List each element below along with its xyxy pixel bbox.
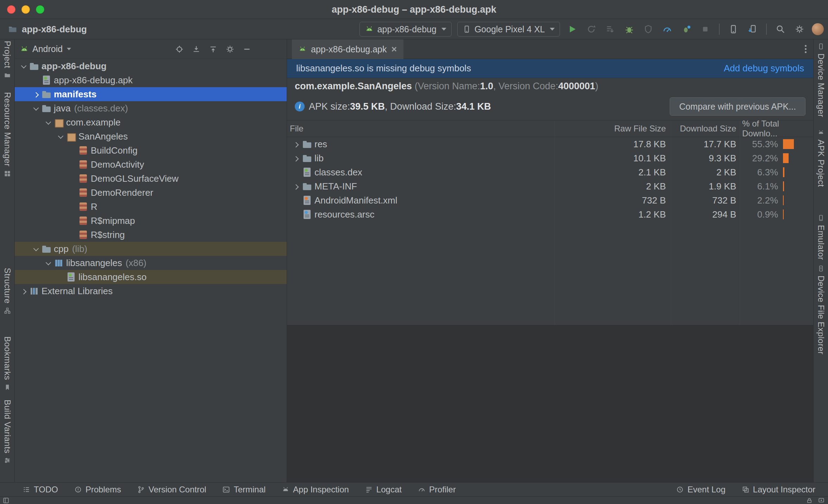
chevron-down-icon[interactable] — [43, 115, 53, 129]
chevron-right-icon[interactable] — [290, 137, 302, 151]
statusbar-todo[interactable]: TODO — [23, 485, 58, 495]
sidebar-item-apk-project[interactable]: APK Project — [814, 129, 828, 187]
statusbar-terminal[interactable]: Terminal — [222, 485, 266, 495]
table-row[interactable]: lib 10.1 KB 9.3 KB 29.2% — [287, 151, 813, 165]
sidebar-item-resource-manager[interactable]: Resource Manager — [0, 92, 15, 177]
tree-row[interactable]: cpp (lib) — [15, 242, 287, 256]
panel-settings-icon[interactable] — [225, 45, 235, 54]
add-debug-symbols-link[interactable]: Add debug symbols — [724, 63, 804, 74]
tree-row-selected[interactable]: manifests — [15, 87, 287, 101]
chevron-right-icon[interactable] — [290, 179, 302, 193]
chevron-spacer — [68, 186, 78, 200]
download-size-value: 34.1 KB — [456, 101, 491, 112]
statusbar-event-log[interactable]: Event Log — [676, 485, 725, 495]
collapse-all-icon[interactable] — [209, 45, 218, 54]
rerun-button[interactable] — [585, 22, 598, 36]
table-row[interactable]: res 17.8 KB 17.7 KB 55.3% — [287, 137, 813, 151]
tree-row[interactable]: libsanangeles (x86) — [15, 256, 287, 270]
compare-apk-button[interactable]: Compare with previous APK... — [670, 97, 805, 116]
table-row[interactable]: resources.arsc 1.2 KB 294 B 0.9% — [287, 207, 813, 221]
table-row[interactable]: classes.dex 2.1 KB 2 KB 6.3% — [287, 165, 813, 179]
tree-row[interactable]: java (classes.dex) — [15, 101, 287, 115]
apk-contents-table: File Raw File Size Download Size % of To… — [287, 120, 813, 325]
locate-file-icon[interactable] — [175, 45, 184, 54]
sidebar-item-structure[interactable]: Structure — [0, 268, 15, 314]
android-icon — [365, 25, 374, 34]
tree-row[interactable]: app-x86-debug.apk — [15, 73, 287, 87]
project-view-selector[interactable]: Android — [20, 44, 71, 54]
chevron-down-icon[interactable] — [31, 101, 41, 115]
tree-row[interactable]: External Libraries — [15, 284, 287, 298]
device-manager-icon — [817, 43, 824, 50]
table-row[interactable]: META-INF 2 KB 1.9 KB 6.1% — [287, 179, 813, 193]
tree-row[interactable]: app-x86-debug — [15, 59, 287, 73]
profiler-button[interactable] — [661, 22, 674, 36]
chevron-spacer — [31, 73, 41, 87]
search-everywhere-button[interactable] — [774, 22, 787, 36]
chevron-right-icon[interactable] — [290, 151, 302, 165]
project-breadcrumb[interactable]: app-x86-debug — [8, 19, 87, 39]
tree-row[interactable]: R$string — [15, 228, 287, 242]
statusbar-version-control[interactable]: Version Control — [137, 485, 206, 495]
run-configuration-select[interactable]: app-x86-debug — [359, 22, 452, 37]
table-row[interactable]: AndroidManifest.xml 732 B 732 B 2.2% — [287, 193, 813, 207]
user-avatar[interactable] — [812, 23, 824, 35]
profile-apk-button[interactable] — [680, 22, 693, 36]
column-header-percent[interactable]: % of Total Downlo... — [740, 121, 813, 137]
hide-panel-icon[interactable] — [242, 45, 251, 54]
project-folder-icon — [8, 24, 18, 34]
statusbar-app-inspection[interactable]: App Inspection — [282, 485, 349, 495]
chevron-down-icon[interactable] — [31, 242, 41, 256]
file-name: AndroidManifest.xml — [314, 195, 397, 206]
tree-row[interactable]: DemoGLSurfaceView — [15, 172, 287, 186]
statusbar-problems[interactable]: Problems — [74, 485, 121, 495]
attach-debugger-button[interactable] — [642, 22, 655, 36]
tree-row[interactable]: DemoRenderer — [15, 186, 287, 200]
tree-row[interactable]: BuildConfig — [15, 143, 287, 157]
folder-icon — [30, 62, 39, 71]
debug-button[interactable] — [623, 22, 636, 36]
sidebar-item-device-manager[interactable]: Device Manager — [814, 43, 828, 117]
close-tab-icon[interactable] — [391, 46, 397, 52]
sidebar-item-device-file-explorer[interactable]: Device File Explorer — [814, 265, 828, 355]
sidebar-item-emulator[interactable]: Emulator — [814, 214, 828, 260]
expand-all-icon[interactable] — [192, 45, 201, 54]
tree-row[interactable]: SanAngeles — [15, 129, 287, 143]
chevron-down-icon[interactable] — [18, 59, 29, 73]
device-mirror-button[interactable] — [746, 22, 759, 36]
stop-button[interactable] — [699, 22, 712, 36]
chevron-down-icon[interactable] — [55, 129, 66, 143]
tree-row[interactable]: R — [15, 200, 287, 214]
notifications-icon[interactable] — [818, 497, 824, 504]
statusbar-layout-inspector[interactable]: Layout Inspector — [742, 485, 815, 495]
chevron-right-icon[interactable] — [18, 284, 29, 298]
sidebar-item-project[interactable]: Project — [0, 41, 15, 79]
tab-options-icon[interactable] — [805, 45, 807, 54]
chevron-right-icon[interactable] — [31, 87, 41, 101]
file-name: res — [314, 139, 327, 150]
class-icon — [79, 160, 88, 169]
device-manager-button[interactable] — [727, 22, 740, 36]
stripe-toggle-button[interactable] — [3, 497, 9, 504]
apply-changes-button[interactable] — [604, 22, 617, 36]
settings-button[interactable] — [793, 22, 806, 36]
stripe-label: Project — [2, 41, 12, 68]
statusbar-profiler[interactable]: Profiler — [418, 485, 456, 495]
tree-row-label: app-x86-debug.apk — [54, 75, 133, 86]
device-select[interactable]: Google Pixel 4 XL — [457, 22, 560, 37]
sidebar-item-build-variants[interactable]: Build Variants — [0, 400, 15, 464]
lock-icon[interactable] — [806, 497, 813, 504]
tree-row[interactable]: DemoActivity — [15, 157, 287, 172]
resource-manager-icon — [4, 170, 11, 177]
tree-row[interactable]: R$mipmap — [15, 214, 287, 228]
tree-row[interactable]: com.example — [15, 115, 287, 129]
column-header-raw-size[interactable]: Raw File Size — [555, 121, 671, 137]
column-header-download-size[interactable]: Download Size — [671, 121, 740, 137]
tree-row[interactable]: libsanangeles.so — [15, 270, 287, 284]
statusbar-logcat[interactable]: Logcat — [365, 485, 402, 495]
run-button[interactable] — [566, 22, 579, 36]
chevron-down-icon[interactable] — [43, 256, 53, 270]
sidebar-item-bookmarks[interactable]: Bookmarks — [0, 336, 15, 391]
tab-apk-analyzer[interactable]: app-x86-debug.apk — [292, 39, 403, 59]
column-header-file[interactable]: File — [287, 121, 555, 137]
